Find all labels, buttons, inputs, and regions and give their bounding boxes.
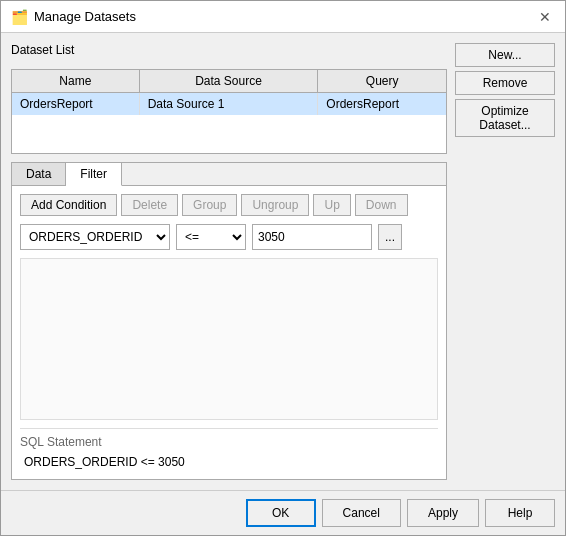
ungroup-button[interactable]: Ungroup [241, 194, 309, 216]
tab-data[interactable]: Data [12, 163, 66, 185]
col-datasource: Data Source [140, 70, 319, 92]
up-button[interactable]: Up [313, 194, 350, 216]
sql-section: SQL Statement ORDERS_ORDERID <= 3050 [20, 428, 438, 471]
cell-name: OrdersReport [12, 93, 140, 115]
tabs-header: Data Filter [12, 163, 446, 186]
condition-row: ORDERS_ORDERID <= ... [20, 224, 438, 250]
sql-label: SQL Statement [20, 435, 438, 449]
close-button[interactable]: ✕ [535, 7, 555, 27]
manage-datasets-dialog: 🗂️ Manage Datasets ✕ Dataset List Name D… [0, 0, 566, 536]
tab-filter[interactable]: Filter [66, 163, 122, 186]
main-area: Dataset List Name Data Source Query Orde… [11, 43, 447, 480]
tabs-area: Data Filter Add Condition Delete Group U… [11, 162, 447, 480]
cell-query: OrdersReport [318, 93, 446, 115]
dataset-list-label: Dataset List [11, 43, 447, 57]
dialog-icon: 🗂️ [11, 9, 28, 25]
filter-area [20, 258, 438, 420]
remove-button[interactable]: Remove [455, 71, 555, 95]
delete-button[interactable]: Delete [121, 194, 178, 216]
dialog-title: Manage Datasets [34, 9, 136, 24]
cancel-button[interactable]: Cancel [322, 499, 401, 527]
title-bar: 🗂️ Manage Datasets ✕ [1, 1, 565, 33]
dataset-table: Name Data Source Query OrdersReport Data… [11, 69, 447, 154]
col-name: Name [12, 70, 140, 92]
dialog-footer: OK Cancel Apply Help [1, 490, 565, 535]
cell-datasource: Data Source 1 [140, 93, 319, 115]
apply-button[interactable]: Apply [407, 499, 479, 527]
optimize-button[interactable]: Optimize Dataset... [455, 99, 555, 137]
group-button[interactable]: Group [182, 194, 237, 216]
table-row[interactable]: OrdersReport Data Source 1 OrdersReport [12, 93, 446, 115]
dialog-body: Dataset List Name Data Source Query Orde… [1, 33, 565, 490]
table-header: Name Data Source Query [12, 70, 446, 93]
field-select[interactable]: ORDERS_ORDERID [20, 224, 170, 250]
value-input[interactable] [252, 224, 372, 250]
tab-content-filter: Add Condition Delete Group Ungroup Up Do… [12, 186, 446, 479]
down-button[interactable]: Down [355, 194, 408, 216]
filter-toolbar: Add Condition Delete Group Ungroup Up Do… [20, 194, 438, 216]
dots-button[interactable]: ... [378, 224, 402, 250]
new-button[interactable]: New... [455, 43, 555, 67]
title-bar-left: 🗂️ Manage Datasets [11, 9, 136, 25]
sql-text: ORDERS_ORDERID <= 3050 [20, 453, 438, 471]
help-button[interactable]: Help [485, 499, 555, 527]
side-buttons: New... Remove Optimize Dataset... [455, 43, 555, 480]
col-query: Query [318, 70, 446, 92]
ok-button[interactable]: OK [246, 499, 316, 527]
operator-select[interactable]: <= [176, 224, 246, 250]
add-condition-button[interactable]: Add Condition [20, 194, 117, 216]
table-body: OrdersReport Data Source 1 OrdersReport [12, 93, 446, 153]
